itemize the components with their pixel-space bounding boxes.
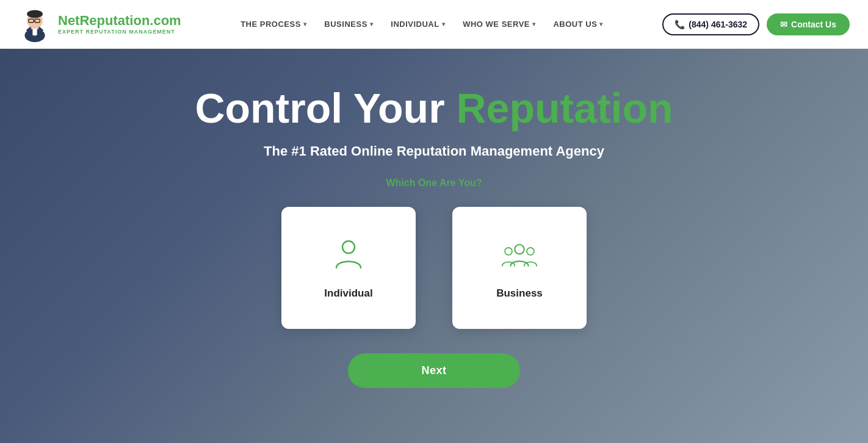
nav-about-us[interactable]: ABOUT US ▾ (546, 15, 610, 34)
svg-point-4 (27, 10, 43, 18)
nav-the-process[interactable]: THE PROCESS ▾ (233, 15, 314, 34)
individual-label: Individual (324, 287, 372, 300)
chevron-down-icon: ▾ (303, 21, 307, 27)
phone-icon: 📞 (675, 20, 685, 29)
header: NetReputation.com EXPERT REPUTATION MANA… (0, 0, 868, 49)
logo[interactable]: NetReputation.com EXPERT REPUTATION MANA… (18, 6, 181, 43)
logo-text: NetReputation.com EXPERT REPUTATION MANA… (58, 13, 181, 34)
logo-tagline: EXPERT REPUTATION MANAGEMENT (58, 29, 181, 35)
main-nav: THE PROCESS ▾ BUSINESS ▾ INDIVIDUAL ▾ WH… (181, 15, 663, 34)
business-icon (501, 236, 538, 275)
header-actions: 📞 (844) 461-3632 ✉ Contact Us (662, 13, 850, 35)
hero-subtitle: The #1 Rated Online Reputation Managemen… (264, 143, 604, 159)
business-card[interactable]: Business (452, 207, 587, 329)
chevron-down-icon: ▾ (599, 21, 603, 27)
nav-who-we-serve[interactable]: WHO WE SERVE ▾ (455, 15, 543, 34)
svg-rect-2 (32, 27, 37, 35)
hero-title: Control Your Reputation (195, 85, 673, 131)
contact-us-button[interactable]: ✉ Contact Us (767, 13, 850, 35)
individual-card[interactable]: Individual (281, 207, 416, 329)
svg-point-11 (515, 245, 524, 254)
svg-point-13 (527, 248, 534, 255)
logo-icon (18, 6, 52, 43)
phone-button[interactable]: 📞 (844) 461-3632 (662, 13, 759, 35)
next-button[interactable]: Next (348, 353, 519, 388)
business-label: Business (496, 287, 543, 300)
logo-name: NetReputation.com (58, 13, 181, 28)
svg-point-12 (505, 248, 512, 255)
selection-cards: Individual Business (281, 207, 587, 329)
chevron-down-icon: ▾ (370, 21, 374, 27)
chevron-down-icon: ▾ (442, 21, 446, 27)
individual-icon (330, 236, 367, 275)
chevron-down-icon: ▾ (532, 21, 536, 27)
which-one-label: Which One Are You? (386, 178, 482, 189)
nav-business[interactable]: BUSINESS ▾ (317, 15, 380, 34)
hero-section: Control Your Reputation The #1 Rated Onl… (0, 49, 868, 443)
nav-individual[interactable]: INDIVIDUAL ▾ (383, 15, 452, 34)
email-icon: ✉ (780, 20, 787, 29)
svg-point-10 (342, 241, 355, 253)
